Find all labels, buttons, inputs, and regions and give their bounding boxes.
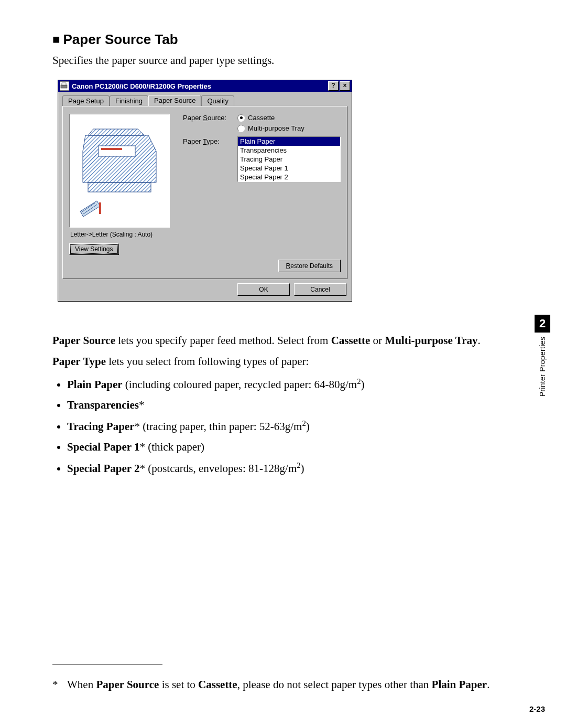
svg-rect-1 [62,83,66,85]
footnote-text: When Paper Source is set to Cassette, pl… [67,678,489,691]
tab-panel: Letter->Letter (Scaling : Auto) View Set… [62,106,347,279]
list-item: Special Paper 1* (thick paper) [67,438,514,456]
svg-rect-0 [61,85,67,88]
footnote: * When Paper Source is set to Cassette, … [52,678,489,691]
close-button[interactable]: × [340,81,350,91]
tab-finishing[interactable]: Finishing [110,95,148,106]
tab-strip: Page Setup Finishing Paper Source Qualit… [58,92,352,106]
scaling-text: Letter->Letter (Scaling : Auto) [70,231,176,238]
help-button[interactable]: ? [328,81,339,91]
printer-preview [69,114,170,228]
list-item: Special Paper 2* (postcards, envelopes: … [67,459,514,478]
paragraph: Paper Type lets you select from followin… [52,354,514,369]
list-item: Plain Paper (including coloured paper, r… [67,376,514,394]
heading-text: Paper Source Tab [63,31,178,47]
intro-text: Specifies the paper source and paper typ… [52,54,514,67]
svg-rect-8 [99,202,101,214]
view-settings-mnemonic: V [75,245,79,253]
svg-rect-5 [88,183,151,192]
dialog-titlebar: Canon PC1200/iC D600/iR1200G Properties … [58,80,352,92]
restore-defaults-button[interactable]: Restore Defaults [278,260,341,272]
app-icon [60,81,69,91]
list-item[interactable]: Special Paper 2 [238,173,340,181]
list-item[interactable]: Plain Paper [238,137,340,146]
radio-multi-label: Multi-purpose Tray [248,124,304,132]
chapter-badge: 2 [535,315,550,333]
list-item[interactable]: Transparencies [238,146,340,155]
properties-dialog: Canon PC1200/iC D600/iR1200G Properties … [58,80,352,302]
radio-cassette[interactable]: Cassette [237,114,341,122]
radio-cassette-label: Cassette [248,114,275,122]
view-settings-button[interactable]: View Settings [69,243,119,255]
svg-rect-3 [99,146,135,156]
side-thumb-tab: 2 Printer Properties [535,315,550,397]
section-heading: ■Paper Source Tab [52,31,514,48]
footnote-marker: * [52,678,62,691]
list-item[interactable]: Tracing Paper [238,155,340,164]
paper-type-listbox[interactable]: Plain Paper Transparencies Tracing Paper… [237,136,341,182]
radio-icon [237,125,245,132]
radio-multi-purpose-tray[interactable]: Multi-purpose Tray [237,124,341,132]
paper-source-label: Paper Source: [183,114,230,122]
restore-mnemonic: R [286,262,291,270]
list-item[interactable]: Special Paper 1 [238,164,340,173]
view-settings-label: iew Settings [79,245,113,253]
cancel-button[interactable]: Cancel [294,283,346,296]
restore-label: estore Defaults [290,262,333,270]
list-item: Transparencies* [67,397,514,414]
svg-rect-4 [101,148,122,150]
paper-type-label: Paper Type: [183,137,230,145]
ok-button[interactable]: OK [237,283,290,296]
tab-paper-source[interactable]: Paper Source [148,95,202,106]
tab-quality[interactable]: Quality [201,95,234,106]
paragraph: Paper Source lets you specify paper feed… [52,333,514,348]
radio-icon [237,114,245,122]
body-text: Paper Source lets you specify paper feed… [52,333,514,478]
footnote-rule [52,665,162,665]
list-item: Tracing Paper* (tracing paper, thin pape… [67,417,514,436]
page-number: 2-23 [529,704,545,713]
heading-bullet-icon: ■ [52,32,60,46]
chapter-label: Printer Properties [538,337,547,397]
dialog-title: Canon PC1200/iC D600/iR1200G Properties [72,82,211,90]
tab-page-setup[interactable]: Page Setup [62,95,110,106]
